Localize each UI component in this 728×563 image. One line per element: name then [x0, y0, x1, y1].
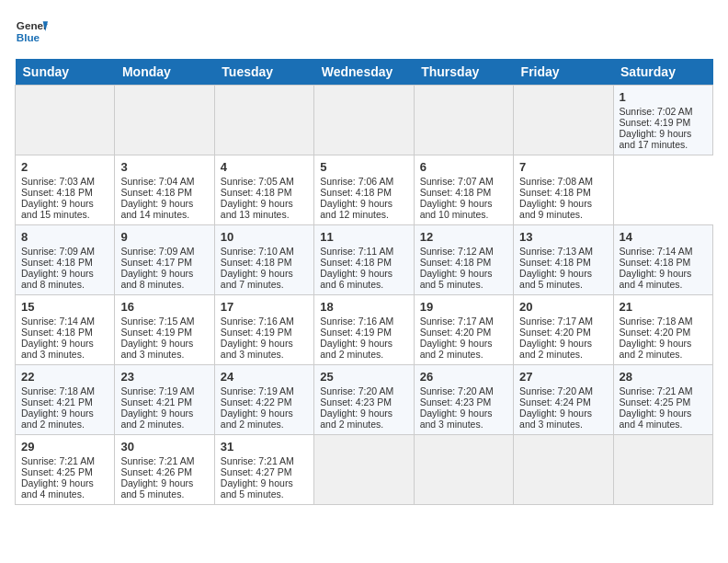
week-row-4: 15 Sunrise: 7:14 AM Sunset: 4:18 PM Dayl…	[16, 295, 713, 365]
calendar-cell	[314, 86, 414, 155]
calendar-cell: 12 Sunrise: 7:12 AM Sunset: 4:18 PM Dayl…	[414, 225, 513, 295]
sunset-label: Sunset: 4:27 PM	[221, 466, 292, 477]
sunset-label: Sunset: 4:21 PM	[21, 396, 93, 408]
calendar-cell: 26 Sunrise: 7:20 AM Sunset: 4:23 PM Dayl…	[414, 365, 513, 435]
sunrise-label: Sunrise: 7:21 AM	[21, 455, 95, 466]
calendar-cell	[115, 86, 214, 155]
sunrise-label: Sunrise: 7:05 AM	[221, 176, 294, 187]
calendar-cell: 5 Sunrise: 7:06 AM Sunset: 4:18 PM Dayli…	[314, 155, 414, 225]
day-number: 11	[320, 230, 407, 244]
daylight-label: Daylight: 9 hours and 17 minutes.	[620, 128, 692, 150]
day-number: 9	[120, 230, 208, 244]
day-number: 8	[21, 230, 108, 244]
daylight-label: Daylight: 9 hours and 3 minutes.	[21, 338, 94, 360]
week-row-6: 29 Sunrise: 7:21 AM Sunset: 4:25 PM Dayl…	[16, 435, 713, 505]
week-row-3: 8 Sunrise: 7:09 AM Sunset: 4:18 PM Dayli…	[16, 225, 713, 295]
sunset-label: Sunset: 4:23 PM	[420, 396, 492, 408]
calendar-cell: 15 Sunrise: 7:14 AM Sunset: 4:18 PM Dayl…	[16, 295, 115, 365]
daylight-label: Daylight: 9 hours and 4 minutes.	[21, 477, 94, 500]
calendar-cell: 1 Sunrise: 7:02 AM Sunset: 4:19 PM Dayli…	[613, 86, 712, 155]
daylight-label: Daylight: 9 hours and 8 minutes.	[120, 268, 193, 290]
calendar-cell	[314, 435, 414, 505]
calendar-cell: 19 Sunrise: 7:17 AM Sunset: 4:20 PM Dayl…	[414, 295, 513, 365]
sunrise-label: Sunrise: 7:21 AM	[620, 385, 693, 396]
day-number: 19	[420, 300, 507, 314]
daylight-label: Daylight: 9 hours and 2 minutes.	[320, 338, 392, 360]
calendar-cell: 2 Sunrise: 7:03 AM Sunset: 4:18 PM Dayli…	[16, 155, 115, 225]
calendar-cell: 9 Sunrise: 7:09 AM Sunset: 4:17 PM Dayli…	[115, 225, 214, 295]
calendar-cell: 11 Sunrise: 7:11 AM Sunset: 4:18 PM Dayl…	[314, 225, 414, 295]
sunrise-label: Sunrise: 7:17 AM	[420, 316, 494, 327]
sunrise-label: Sunrise: 7:20 AM	[320, 385, 393, 396]
calendar-cell: 31 Sunrise: 7:21 AM Sunset: 4:27 PM Dayl…	[214, 435, 313, 505]
sunset-label: Sunset: 4:23 PM	[320, 396, 392, 408]
day-number: 30	[120, 440, 208, 454]
sunset-label: Sunset: 4:18 PM	[120, 187, 192, 198]
day-number: 7	[519, 160, 607, 174]
svg-text:General: General	[17, 19, 48, 31]
sunrise-label: Sunrise: 7:09 AM	[120, 246, 194, 257]
day-number: 17	[221, 300, 308, 314]
sunrise-label: Sunrise: 7:11 AM	[320, 246, 393, 257]
sunrise-label: Sunrise: 7:09 AM	[21, 246, 95, 257]
sunrise-label: Sunrise: 7:20 AM	[519, 385, 593, 396]
day-number: 12	[420, 230, 507, 244]
logo-icon: General Blue	[15, 15, 48, 48]
sunset-label: Sunset: 4:19 PM	[120, 327, 192, 338]
daylight-label: Daylight: 9 hours and 7 minutes.	[221, 268, 293, 290]
calendar-cell	[16, 86, 115, 155]
sunset-label: Sunset: 4:19 PM	[221, 327, 292, 338]
sunrise-label: Sunrise: 7:19 AM	[120, 385, 194, 396]
calendar-cell: 7 Sunrise: 7:08 AM Sunset: 4:18 PM Dayli…	[514, 155, 613, 225]
sunset-label: Sunset: 4:20 PM	[620, 327, 691, 338]
sunrise-label: Sunrise: 7:19 AM	[221, 385, 294, 396]
sunset-label: Sunset: 4:18 PM	[519, 257, 591, 268]
daylight-label: Daylight: 9 hours and 2 minutes.	[620, 338, 692, 360]
daylight-label: Daylight: 9 hours and 3 minutes.	[519, 408, 592, 430]
sunrise-label: Sunrise: 7:14 AM	[21, 316, 95, 327]
calendar-cell	[514, 86, 613, 155]
daylight-label: Daylight: 9 hours and 9 minutes.	[519, 198, 592, 220]
calendar-cell: 4 Sunrise: 7:05 AM Sunset: 4:18 PM Dayli…	[214, 155, 313, 225]
sunrise-label: Sunrise: 7:14 AM	[620, 246, 693, 257]
sunrise-label: Sunrise: 7:15 AM	[120, 316, 194, 327]
daylight-label: Daylight: 9 hours and 6 minutes.	[320, 268, 392, 290]
day-number: 29	[21, 440, 108, 454]
sunset-label: Sunset: 4:18 PM	[21, 327, 93, 338]
page-header: General Blue	[15, 15, 713, 48]
daylight-label: Daylight: 9 hours and 10 minutes.	[420, 198, 493, 220]
sunrise-label: Sunrise: 7:16 AM	[221, 316, 294, 327]
daylight-label: Daylight: 9 hours and 2 minutes.	[420, 338, 493, 360]
header-friday: Friday	[514, 59, 613, 86]
calendar-cell: 27 Sunrise: 7:20 AM Sunset: 4:24 PM Dayl…	[514, 365, 613, 435]
daylight-label: Daylight: 9 hours and 12 minutes.	[320, 198, 392, 220]
calendar-cell	[613, 435, 712, 505]
sunrise-label: Sunrise: 7:18 AM	[21, 385, 95, 396]
daylight-label: Daylight: 9 hours and 14 minutes.	[120, 198, 193, 220]
sunrise-label: Sunrise: 7:16 AM	[320, 316, 393, 327]
daylight-label: Daylight: 9 hours and 5 minutes.	[221, 477, 293, 500]
sunrise-label: Sunrise: 7:03 AM	[21, 176, 95, 187]
calendar-cell: 13 Sunrise: 7:13 AM Sunset: 4:18 PM Dayl…	[514, 225, 613, 295]
sunrise-label: Sunrise: 7:17 AM	[519, 316, 593, 327]
sunrise-label: Sunrise: 7:04 AM	[120, 176, 194, 187]
day-number: 23	[120, 370, 208, 384]
day-number: 15	[21, 300, 108, 314]
day-number: 1	[620, 90, 707, 104]
day-number: 2	[21, 160, 108, 174]
sunset-label: Sunset: 4:24 PM	[519, 396, 591, 408]
daylight-label: Daylight: 9 hours and 4 minutes.	[620, 268, 692, 290]
sunset-label: Sunset: 4:20 PM	[519, 327, 591, 338]
sunset-label: Sunset: 4:18 PM	[221, 187, 292, 198]
header-tuesday: Tuesday	[214, 59, 313, 86]
daylight-label: Daylight: 9 hours and 3 minutes.	[221, 338, 293, 360]
day-number: 6	[420, 160, 507, 174]
sunset-label: Sunset: 4:18 PM	[320, 257, 392, 268]
sunset-label: Sunset: 4:21 PM	[120, 396, 192, 408]
sunrise-label: Sunrise: 7:10 AM	[221, 246, 294, 257]
calendar-cell: 23 Sunrise: 7:19 AM Sunset: 4:21 PM Dayl…	[115, 365, 214, 435]
day-number: 5	[320, 160, 407, 174]
sunrise-label: Sunrise: 7:18 AM	[620, 316, 693, 327]
daylight-label: Daylight: 9 hours and 8 minutes.	[21, 268, 94, 290]
sunset-label: Sunset: 4:19 PM	[620, 117, 691, 128]
